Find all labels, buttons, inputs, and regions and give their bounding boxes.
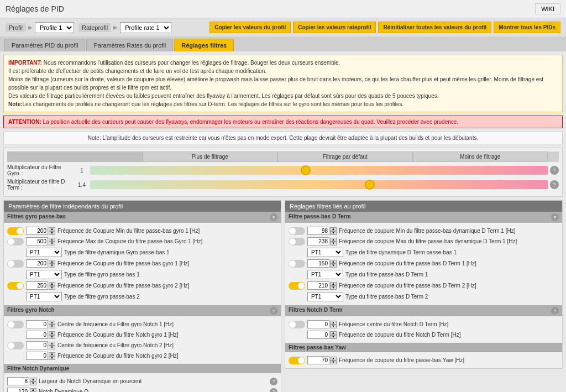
spinner-dyn-1[interactable]: ▲▼	[30, 378, 36, 385]
wiki-button[interactable]: WIKI	[535, 3, 560, 14]
rateprofil-select[interactable]: Profile rate 1 Profile rate 2	[120, 22, 171, 33]
param-row: PT1BIQUAD Type du filtre passe-bas D Ter…	[287, 291, 560, 302]
gyro-notch-help[interactable]: ?	[270, 307, 277, 315]
warning-box: IMPORTANT: Nous recommandons l'utilisati…	[3, 55, 563, 112]
toggle-notch-3[interactable]	[7, 342, 24, 349]
select-dterm-lp-type3[interactable]: PT1BIQUAD	[307, 292, 343, 301]
notch-dterm-help[interactable]: ?	[551, 307, 559, 315]
value-box-notch-2: ▲▼	[26, 331, 55, 339]
toggle-yaw-1[interactable]	[289, 357, 305, 364]
toggle-dterm-lp-2[interactable]	[289, 238, 305, 245]
select-gyro-lp-type3[interactable]: PT1BIQUAD	[26, 292, 62, 301]
desc-gyro-lp-type3: Type de filtre gyro passe-bas 2	[64, 294, 277, 300]
dterm-lowpass-label: Filtre passe-bas D Term	[289, 213, 351, 221]
input-yaw-1[interactable]	[307, 356, 329, 364]
select-dterm-lp-type2[interactable]: PT1BIQUAD	[307, 270, 343, 279]
notch-dterm-label: Filtres Notch D Term	[289, 307, 343, 315]
dterm-lowpass-title: Filtre passe-bas D Term ?	[285, 212, 562, 223]
spinner-gyro-lp-4[interactable]: ▲▼	[49, 282, 55, 290]
value-box-gyro-lp-4: ▲▼	[26, 281, 55, 290]
gyro-notch-title: Filtres gyro Notch ?	[4, 305, 281, 316]
slider-gyro-thumb[interactable]	[301, 165, 311, 175]
gyro-lowpass-help[interactable]: ?	[270, 213, 277, 221]
param-row: ▲▼ Fréquence de coupure Max du filtre pa…	[287, 237, 560, 246]
important-label: IMPORTANT:	[8, 60, 42, 66]
input-dterm-lp-2[interactable]	[307, 237, 329, 245]
slider-gyro-track[interactable]	[90, 166, 548, 175]
slider-dterm-track[interactable]	[90, 180, 548, 189]
tab-rates[interactable]: Paramètres Rates du profil	[86, 39, 173, 51]
copy-rate-button[interactable]: Copier les valeurs rateprofil	[293, 22, 376, 33]
input-gyro-lp-3[interactable]	[26, 259, 48, 268]
spinner-notch-dt-1[interactable]: ▲▼	[330, 321, 337, 328]
toggle-gyro-lp-2[interactable]	[7, 238, 24, 245]
input-gyro-lp-2[interactable]	[26, 237, 48, 245]
desc-notch-1: Centre de fréquence du Filtre gyro Notch…	[57, 321, 277, 327]
toggle-notch-1[interactable]	[7, 321, 24, 328]
spinner-yaw-1[interactable]: ▲▼	[330, 357, 337, 364]
help-dyn-1[interactable]: ?	[270, 378, 277, 385]
spinner-notch-3[interactable]: ▲▼	[49, 342, 55, 349]
right-panel: Réglages filtres liés au profil Filtre p…	[285, 200, 563, 392]
show-pids-button[interactable]: Montrer tous les PIDs	[494, 22, 560, 33]
copy-profile-button[interactable]: Copier les valeurs du profil	[209, 22, 291, 33]
spinner-dterm-lp-1[interactable]: ▲▼	[330, 227, 337, 235]
reset-button[interactable]: Réinitialiser toutes les valeurs du prof…	[378, 22, 491, 33]
toggle-gyro-lp-3[interactable]	[7, 260, 24, 268]
desc-gyro-lp-type2: Type de filtre gyro passe-bas 1	[64, 271, 277, 278]
input-notch-dt-1[interactable]	[307, 320, 329, 328]
input-dterm-lp-4[interactable]	[307, 281, 329, 290]
spinner-notch-dt-2[interactable]: ▲▼	[330, 331, 337, 339]
toggle-gyro-lp-1[interactable]	[7, 227, 24, 235]
input-notch-3[interactable]	[26, 341, 48, 349]
select-dterm-lp-type1[interactable]: PT1BIQUAD	[307, 248, 343, 257]
gyro-lowpass-title: Filtres gyro passe-bas ?	[4, 212, 281, 223]
rateprofil-arrow: ▶	[113, 24, 118, 30]
spinner-notch-1[interactable]: ▲▼	[49, 321, 55, 328]
input-dyn-2[interactable]	[7, 388, 29, 392]
spinner-gyro-lp-1[interactable]: ▲▼	[49, 227, 55, 235]
spinner-dterm-lp-3[interactable]: ▲▼	[330, 260, 337, 268]
desc-gyro-lp-3: Fréquence de Coupure du filtre passe-bas…	[57, 260, 277, 266]
input-gyro-lp-4[interactable]	[26, 281, 48, 290]
left-section-box: Paramètres de filtre indépendants du pro…	[3, 200, 281, 392]
input-gyro-lp-1[interactable]	[26, 227, 48, 235]
slider-section: Plus de filtrage Filtrage par défaut Moi…	[3, 148, 563, 197]
toggle-notch-dt-1[interactable]	[289, 321, 305, 328]
slider-dterm-help[interactable]: ?	[550, 180, 559, 189]
tab-bar: Paramètres PID du profil Paramètres Rate…	[0, 36, 566, 51]
spinner-notch-2[interactable]: ▲▼	[49, 331, 55, 339]
input-notch-2[interactable]	[26, 331, 48, 339]
select-gyro-lp-type2[interactable]: PT1BIQUAD	[26, 270, 62, 279]
spinner-dyn-2[interactable]: ▲▼	[30, 388, 36, 393]
toggle-gyro-lp-4[interactable]	[7, 282, 24, 290]
toggle-dterm-lp-4[interactable]	[289, 282, 305, 290]
desc-dyn-1: Largeur du Notch Dynamique en pourcent	[39, 378, 269, 384]
toggle-dterm-lp-3[interactable]	[289, 260, 305, 268]
tab-filters[interactable]: Réglages filtres	[174, 39, 234, 51]
toggle-dterm-lp-1[interactable]	[289, 227, 305, 235]
select-gyro-lp-type1[interactable]: PT1BIQUAD	[26, 248, 62, 257]
spinner-gyro-lp-2[interactable]: ▲▼	[49, 238, 55, 245]
spinner-notch-4[interactable]: ▲▼	[49, 352, 55, 360]
help-dyn-2[interactable]: ?	[270, 388, 277, 393]
input-notch-dt-2[interactable]	[307, 331, 329, 339]
desc-notch-4: Fréquence de Coupure du filtre Notch gyr…	[57, 353, 277, 359]
tab-pid-profil[interactable]: Paramètres PID du profil	[4, 39, 85, 51]
input-dterm-lp-3[interactable]	[307, 259, 329, 268]
right-section-title: Réglages filtres liés au profil	[285, 201, 562, 212]
spinner-dterm-lp-2[interactable]: ▲▼	[330, 238, 337, 245]
input-notch-4[interactable]	[26, 352, 48, 360]
spinner-gyro-lp-3[interactable]: ▲▼	[49, 260, 55, 268]
slider-dterm-thumb[interactable]	[365, 180, 375, 190]
dterm-lowpass-help[interactable]: ?	[551, 213, 559, 221]
value-box-notch-1: ▲▼	[26, 320, 55, 328]
spinner-dterm-lp-4[interactable]: ▲▼	[330, 282, 337, 290]
slider-gyro-help[interactable]: ?	[550, 166, 559, 175]
input-dterm-lp-1[interactable]	[307, 227, 329, 235]
profile-select[interactable]: Profile 1 Profile 2 Profile 3	[35, 22, 74, 33]
param-row: ▲▼ Fréquence de Coupure du filtre passe-…	[6, 259, 279, 268]
input-dyn-1[interactable]	[7, 377, 29, 385]
input-notch-1[interactable]	[26, 320, 48, 328]
value-box-dyn-2: ▲▼	[7, 388, 36, 392]
